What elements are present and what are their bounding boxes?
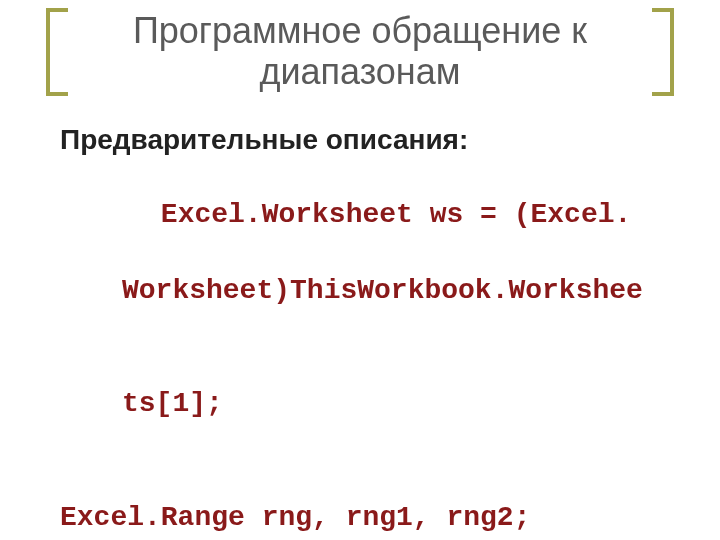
slide-title: Программное обращение к диапазонам	[40, 10, 680, 93]
code-text: Excel.Worksheet ws = (Excel.	[161, 199, 631, 230]
title-wrap: Программное обращение к диапазонам	[0, 0, 720, 93]
section1-code1: Excel.Worksheet ws = (Excel. Worksheet)T…	[60, 159, 670, 499]
slide-body: Предварительные описания: Excel.Workshee…	[0, 93, 720, 540]
code-text: Worksheet)ThisWorkbook.Workshee	[60, 272, 670, 310]
code-text: ts[1];	[60, 385, 670, 423]
section1-heading: Предварительные описания:	[60, 121, 670, 159]
slide: Программное обращение к диапазонам Предв…	[0, 0, 720, 540]
section1-code2: Excel.Range rng, rng1, rng2;	[60, 499, 670, 537]
